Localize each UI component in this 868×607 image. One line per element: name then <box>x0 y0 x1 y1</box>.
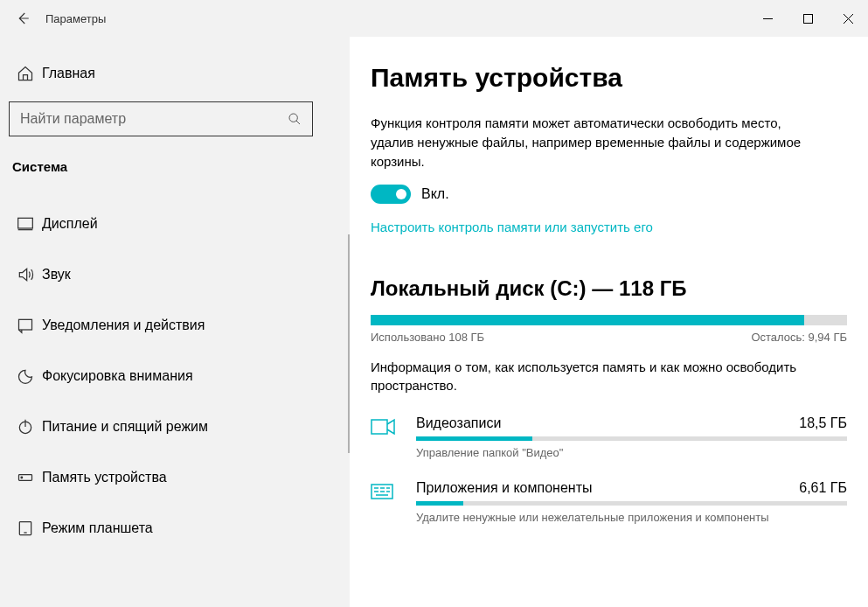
svg-point-12 <box>21 477 23 478</box>
power-icon <box>17 418 34 436</box>
sidebar-item-sound[interactable]: Звук <box>0 249 350 300</box>
minimize-button[interactable] <box>747 0 788 37</box>
storage-category-size: 18,5 ГБ <box>799 415 847 431</box>
configure-storage-sense-link[interactable]: Настроить контроль памяти или запустить … <box>371 220 847 234</box>
sound-icon <box>17 266 34 283</box>
disk-used-label: Использовано 108 ГБ <box>371 331 484 344</box>
disk-title: Локальный диск (C:) — 118 ГБ <box>371 276 847 301</box>
maximize-icon <box>803 14 813 24</box>
apps-icon <box>371 482 393 501</box>
search-input[interactable] <box>9 101 313 136</box>
nav-list: Дисплей Звук Уведомления и действия Фоку… <box>0 199 350 554</box>
storage-category-hint: Удалите ненужные или нежелательные прило… <box>416 511 847 524</box>
main-content: Память устройства Функция контроля памят… <box>350 37 868 607</box>
toggle-knob <box>396 189 406 199</box>
back-button[interactable] <box>0 0 45 37</box>
sidebar-item-storage[interactable]: Память устройства <box>0 452 350 503</box>
sidebar-item-label: Режим планшета <box>42 520 153 536</box>
sidebar-item-label: Питание и спящий режим <box>42 419 208 435</box>
close-icon <box>844 14 853 24</box>
tablet-icon <box>17 520 34 537</box>
maximize-button[interactable] <box>788 0 828 37</box>
display-icon <box>17 215 34 233</box>
home-label: Главная <box>42 66 95 81</box>
sidebar-item-tablet[interactable]: Режим планшета <box>0 503 350 554</box>
category-header: Система <box>0 152 350 183</box>
titlebar: Параметры <box>0 0 868 37</box>
video-icon <box>371 417 395 436</box>
storage-category-bar <box>416 501 847 506</box>
sidebar-item-label: Звук <box>42 267 71 283</box>
page-title: Память устройства <box>371 63 847 93</box>
storage-category-bar <box>416 436 847 441</box>
sidebar-item-label: Дисплей <box>42 216 98 232</box>
home-link[interactable]: Главная <box>0 58 350 89</box>
svg-rect-15 <box>372 420 387 434</box>
focus-icon <box>17 367 34 385</box>
storage-category-hint: Управление папкой "Видео" <box>416 446 847 459</box>
back-arrow-icon <box>15 10 31 26</box>
storage-category-video[interactable]: Видеозаписи 18,5 ГБ Управление папкой "В… <box>371 415 847 459</box>
sidebar-item-label: Память устройства <box>42 470 167 485</box>
sidebar-item-focus[interactable]: Фокусировка внимания <box>0 351 350 401</box>
disk-usage-bar <box>371 315 847 325</box>
storage-category-apps[interactable]: Приложения и компоненты 6,61 ГБ Удалите … <box>371 480 847 524</box>
sidebar-item-power[interactable]: Питание и спящий режим <box>0 401 350 452</box>
storage-category-name: Видеозаписи <box>416 415 501 431</box>
window-title: Параметры <box>45 12 747 25</box>
svg-rect-6 <box>18 218 33 228</box>
notifications-icon <box>17 317 34 334</box>
sidebar-item-display[interactable]: Дисплей <box>0 199 350 249</box>
storage-info-text: Информация о том, как используется памят… <box>371 358 825 394</box>
storage-sense-toggle-row: Вкл. <box>371 185 847 204</box>
disk-free-label: Осталось: 9,94 ГБ <box>751 331 847 344</box>
storage-sense-toggle[interactable] <box>371 185 411 204</box>
sidebar-item-label: Фокусировка внимания <box>42 368 193 384</box>
svg-point-4 <box>289 114 297 122</box>
sidebar-item-label: Уведомления и действия <box>42 317 205 333</box>
sidebar: Главная Система Дисплей Звук Уведомления… <box>0 37 350 607</box>
home-icon <box>17 65 34 82</box>
storage-category-name: Приложения и компоненты <box>416 480 592 496</box>
toggle-label: Вкл. <box>421 186 449 202</box>
storage-sense-description: Функция контроля памяти может автоматиче… <box>371 114 825 171</box>
disk-usage-fill <box>371 315 804 325</box>
search-icon <box>288 112 302 126</box>
close-button[interactable] <box>828 0 868 37</box>
sidebar-item-notifications[interactable]: Уведомления и действия <box>0 300 350 351</box>
svg-rect-1 <box>803 14 812 23</box>
search-field[interactable] <box>20 111 288 127</box>
storage-icon <box>17 469 34 486</box>
svg-line-5 <box>296 121 300 124</box>
svg-rect-8 <box>19 319 32 330</box>
storage-category-size: 6,61 ГБ <box>799 480 847 496</box>
minimize-icon <box>763 14 773 24</box>
